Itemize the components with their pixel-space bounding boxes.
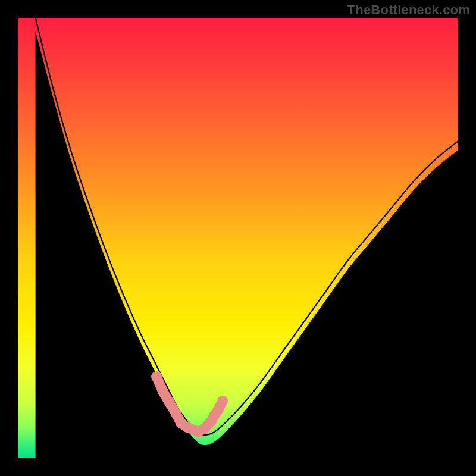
marker-dot bbox=[158, 387, 168, 397]
marker-dot bbox=[151, 371, 162, 382]
chart-frame: TheBottleneck.com bbox=[0, 0, 476, 476]
watermark-label: TheBottleneck.com bbox=[347, 2, 470, 18]
bottleneck-chart bbox=[0, 0, 476, 476]
marker-dot bbox=[164, 398, 175, 409]
marker-dot bbox=[182, 422, 193, 433]
marker-dot bbox=[217, 396, 228, 406]
